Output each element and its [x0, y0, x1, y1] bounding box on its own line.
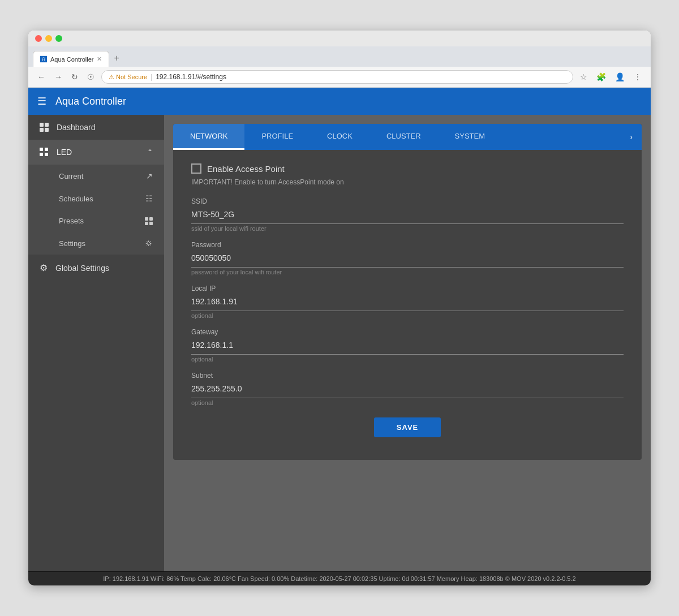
save-row: SAVE — [191, 417, 624, 446]
subnet-field: Subnet optional — [191, 372, 624, 406]
dashboard-label: Dashboard — [57, 123, 96, 132]
sidebar-item-dashboard[interactable]: Dashboard — [28, 115, 164, 140]
tab-network[interactable]: NETWORK — [173, 124, 244, 150]
local-ip-optional: optional — [191, 312, 624, 319]
password-hint: password of your local wifi router — [191, 269, 624, 275]
sidebar-item-presets[interactable]: Presets — [28, 210, 164, 232]
gateway-optional: optional — [191, 356, 624, 363]
enable-ap-label: Enable Access Point — [207, 164, 285, 174]
enable-ap-hint: IMPORTANT! Enable to turn AccessPoint mo… — [191, 178, 624, 186]
app-header: ☰ Aqua Controller — [28, 88, 651, 115]
app-header-title: Aqua Controller — [55, 96, 126, 107]
password-label: Password — [191, 241, 624, 249]
local-ip-field: Local IP optional — [191, 285, 624, 319]
led-section: LED ⌃ Current ↗ Schedules ☷ Presets — [28, 140, 164, 255]
tab-clock[interactable]: CLOCK — [310, 124, 369, 150]
dashboard-icon — [40, 123, 49, 132]
tab-favicon: 🅰 — [40, 55, 47, 63]
gateway-field: Gateway optional — [191, 328, 624, 363]
home-button[interactable]: ☉ — [85, 71, 97, 83]
password-field: Password password of your local wifi rou… — [191, 241, 624, 275]
led-collapse-icon: ⌃ — [147, 148, 153, 156]
schedules-label: Schedules — [59, 195, 93, 203]
sidebar-item-schedules[interactable]: Schedules ☷ — [28, 187, 164, 210]
address-bar[interactable]: ⚠ Not Secure | 192.168.1.91/#/settings — [101, 70, 573, 84]
browser-titlebar — [28, 31, 651, 46]
subnet-optional: optional — [191, 399, 624, 406]
current-icon: ↗ — [146, 171, 153, 180]
reload-button[interactable]: ↻ — [69, 71, 80, 83]
forward-button[interactable]: → — [52, 71, 65, 83]
current-label: Current — [59, 172, 83, 180]
enable-ap-row: Enable Access Point — [191, 163, 624, 174]
new-tab-button[interactable]: + — [109, 51, 123, 66]
schedules-icon: ☷ — [145, 194, 153, 203]
password-input[interactable] — [191, 251, 624, 268]
ssid-hint: ssid of your local wifi router — [191, 225, 624, 232]
tab-title: Aqua Controller — [50, 56, 93, 63]
tab-close-icon[interactable]: ✕ — [97, 55, 102, 63]
enable-ap-checkbox[interactable] — [191, 163, 201, 174]
close-traffic-light[interactable] — [35, 35, 42, 42]
extensions-button[interactable]: 🧩 — [594, 71, 608, 83]
app-body: Dashboard LED ⌃ — [28, 115, 651, 571]
bookmark-button[interactable]: ☆ — [578, 71, 590, 83]
led-icon — [40, 148, 49, 157]
tab-cluster[interactable]: CLUSTER — [369, 124, 438, 150]
local-ip-input[interactable] — [191, 295, 624, 311]
settings-icon: ⛭ — [145, 239, 153, 248]
settings-label: Settings — [59, 239, 85, 248]
led-section-left: LED — [40, 148, 72, 157]
ssid-input[interactable] — [191, 208, 624, 224]
sidebar-item-current[interactable]: Current ↗ — [28, 165, 164, 187]
maximize-traffic-light[interactable] — [55, 35, 62, 42]
browser-window: 🅰 Aqua Controller ✕ + ← → ↻ ☉ ⚠ Not Secu… — [28, 31, 651, 585]
form-content: Enable Access Point IMPORTANT! Enable to… — [173, 150, 642, 460]
presets-icon — [145, 217, 153, 225]
profile-button[interactable]: 👤 — [613, 71, 627, 83]
subnet-label: Subnet — [191, 372, 624, 380]
ssid-label: SSID — [191, 197, 624, 205]
tab-profile[interactable]: PROFILE — [244, 124, 310, 150]
sidebar-item-global-settings[interactable]: ⚙ Global Settings — [28, 255, 164, 281]
main-content: NETWORK PROFILE CLOCK CLUSTER SYSTEM — [164, 115, 651, 571]
local-ip-label: Local IP — [191, 285, 624, 292]
sidebar-item-settings[interactable]: Settings ⛭ — [28, 232, 164, 255]
sidebar: Dashboard LED ⌃ — [28, 115, 164, 571]
global-settings-label: Global Settings — [55, 264, 109, 273]
separator: | — [151, 73, 152, 81]
app-container: ☰ Aqua Controller Dashboard — [28, 88, 651, 585]
hamburger-icon[interactable]: ☰ — [37, 95, 46, 107]
tab-system[interactable]: SYSTEM — [438, 124, 502, 150]
browser-tab[interactable]: 🅰 Aqua Controller ✕ — [33, 51, 109, 67]
status-bar: IP: 192.168.1.91 WiFi: 86% Temp Calc: 20… — [28, 571, 651, 585]
settings-panel: NETWORK PROFILE CLOCK CLUSTER SYSTEM — [173, 124, 642, 460]
global-settings-icon: ⚙ — [40, 262, 48, 273]
browser-tabs-bar: 🅰 Aqua Controller ✕ + — [28, 46, 651, 67]
save-button[interactable]: SAVE — [374, 417, 441, 437]
tab-bar: NETWORK PROFILE CLOCK CLUSTER SYSTEM — [173, 124, 642, 150]
led-label: LED — [57, 148, 72, 157]
status-text: IP: 192.168.1.91 WiFi: 86% Temp Calc: 20… — [103, 575, 575, 582]
ssid-field: SSID ssid of your local wifi router — [191, 197, 624, 232]
browser-toolbar: ← → ↻ ☉ ⚠ Not Secure | 192.168.1.91/#/se… — [28, 67, 651, 88]
chevron-right-icon: › — [630, 132, 633, 141]
gateway-input[interactable] — [191, 338, 624, 355]
menu-button[interactable]: ⋮ — [631, 71, 644, 83]
warning-icon: ⚠ — [109, 74, 114, 81]
gateway-label: Gateway — [191, 328, 624, 336]
presets-label: Presets — [59, 217, 84, 225]
tab-more-button[interactable]: › — [621, 124, 642, 150]
back-button[interactable]: ← — [35, 71, 48, 83]
not-secure-indicator: ⚠ Not Secure — [109, 74, 147, 81]
led-section-header[interactable]: LED ⌃ — [28, 140, 164, 165]
url-text: 192.168.1.91/#/settings — [156, 73, 226, 81]
browser-chrome: 🅰 Aqua Controller ✕ + ← → ↻ ☉ ⚠ Not Secu… — [28, 31, 651, 88]
subnet-input[interactable] — [191, 382, 624, 398]
minimize-traffic-light[interactable] — [45, 35, 52, 42]
